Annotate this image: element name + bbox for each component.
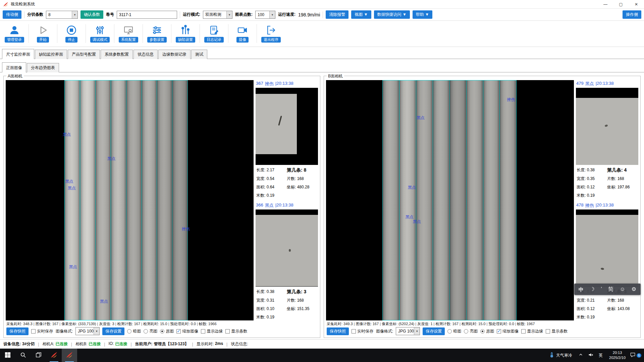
divider (257, 24, 257, 43)
checkbox-label: 显示边缘 (527, 328, 543, 334)
drive-side-button[interactable]: 传动侧 (3, 10, 21, 19)
windows-taskbar: 天气寒冷 英 20:13 2025/2/10 6 (0, 349, 644, 362)
exit-program-button[interactable]: 退出程序 (259, 24, 283, 43)
defect-time: |20:13:38 (275, 202, 293, 208)
save-snapshot-button[interactable]: 保存快照 (6, 327, 29, 335)
notification-center-button[interactable]: 6 (629, 349, 642, 362)
panel-camera-a: A面相机 黑点黑点黑点黑点挫伤黑点黑点 367 挫伤 |20:13:38 (3, 76, 320, 338)
taskbar-app-icon-active[interactable] (62, 349, 77, 362)
system-config-button[interactable]: 系统配置 (116, 24, 141, 43)
tab-defect-monitor[interactable]: 缺陷监控界面 (35, 50, 67, 59)
original-image-radio[interactable]: 原图 (160, 328, 174, 334)
camera-a-status: 已连接 (56, 341, 68, 347)
tab-status-info[interactable]: 状态信息 (133, 50, 158, 59)
help-menu-button[interactable]: 帮助 ▼ (413, 10, 432, 19)
stop-button[interactable]: 停止 (59, 24, 84, 43)
chevron-down-icon: ▾ (414, 327, 420, 335)
defect-type: 黑点 (585, 81, 594, 87)
chart-points-select[interactable]: 100 ▾ (255, 11, 275, 19)
volume-button[interactable] (586, 349, 596, 362)
task-view-button[interactable] (31, 349, 46, 362)
save-snapshot-button[interactable]: 保存快照 (327, 327, 349, 335)
tab-size-monitor[interactable]: 尺寸监控界面 (2, 49, 34, 59)
button-label: 管理登录 (5, 37, 24, 43)
taskbar-clock[interactable]: 20:13 2025/2/10 (606, 350, 629, 360)
ime-language-toggle[interactable]: 中 (579, 287, 584, 292)
ime-simplified-toggle[interactable]: 简 (608, 287, 613, 292)
defect-time: |20:13:38 (596, 81, 614, 87)
app-logo-icon (50, 351, 58, 360)
operate-side-button[interactable]: 操作侧 (623, 10, 641, 19)
monitor-gear-icon (123, 24, 134, 36)
tab-system-parameter-config[interactable]: 系统参数配置 (101, 50, 133, 59)
defect-annotation: 挫伤 (182, 226, 190, 232)
tab-test[interactable]: 测试 (191, 50, 207, 59)
start-button[interactable]: 开始 (31, 24, 55, 43)
maximize-button[interactable]: ▢ (613, 0, 629, 8)
zoom-image-checkbox[interactable]: 缩放图像 (497, 328, 519, 334)
tab-front-image[interactable]: 正面图像 (2, 62, 26, 72)
play-icon (38, 24, 48, 36)
divider (143, 24, 143, 43)
tab-distribution-chart[interactable]: 分布趋势图表 (27, 63, 59, 72)
show-count-checkbox[interactable]: 显示条数 (546, 328, 568, 334)
save-settings-button[interactable]: 保存设置 (102, 327, 124, 335)
defect-card[interactable]: 366 黑点 |20:13:38 长度: 0.38 第几条: 3 宽度: 0.3… (256, 202, 318, 321)
close-button[interactable]: ✕ (629, 0, 644, 8)
ime-toolbar: 中 ☽ ’ 简 ☺ ⚙ (574, 284, 641, 295)
minimize-button[interactable]: — (598, 0, 613, 8)
admin-login-button[interactable]: 管理登录 (2, 24, 27, 43)
defect-length: 长度: 2.17 (256, 167, 287, 173)
tab-product-model-config[interactable]: 产品型号配置 (68, 50, 100, 59)
stat-item: 灰度值: 1 (414, 322, 432, 326)
defect-card[interactable]: 478 挫伤 |20:13:38 长度: 0.57 第几条: 3 宽度: 0.2… (576, 202, 638, 321)
image-format-select[interactable]: JPG 100 ▾ (396, 327, 420, 335)
realtime-save-checkbox[interactable]: 实时保存 (31, 328, 53, 334)
show-count-checkbox[interactable]: 显示条数 (225, 328, 247, 334)
show-edge-checkbox[interactable]: 显示边缘 (521, 328, 543, 334)
view-menu-button[interactable]: 视图 ▼ (351, 10, 371, 19)
slit-count-select[interactable]: 8 ▾ (46, 11, 78, 19)
ime-settings-button[interactable]: ⚙ (632, 287, 636, 292)
show-edge-checkbox[interactable]: 显示边缘 (201, 328, 223, 334)
roll-number-input[interactable] (117, 11, 177, 19)
defect-thumbnail (576, 209, 638, 287)
ime-language-indicator[interactable]: 英 (596, 349, 606, 362)
defect-stats: 长度: 0.38 第几条: 4 宽度: 0.35 片数: 168 面积: 0.1… (576, 165, 638, 199)
ime-punctuation-toggle[interactable]: ’ (601, 287, 602, 292)
run-mode-select[interactable]: 双面检测 ▾ (203, 11, 232, 19)
save-settings-button[interactable]: 保存设置 (423, 327, 445, 335)
defect-thumbnail (256, 209, 318, 287)
main-content: A面相机 黑点黑点黑点黑点挫伤黑点黑点 367 挫伤 |20:13:38 (0, 72, 644, 339)
tab-edge-data-record[interactable]: 边缘数据记录 (158, 50, 191, 59)
tray-expand-button[interactable] (576, 349, 586, 362)
taskbar-app-icon[interactable] (46, 349, 62, 362)
zoom-image-checkbox[interactable]: 缩放图像 (176, 328, 198, 334)
image-format-select[interactable]: JPG 100 ▾ (75, 327, 100, 335)
data-quick-access-menu-button[interactable]: 数据快捷访问 ▼ (374, 10, 410, 19)
defect-settings-button[interactable]: 缺陷设置 (173, 24, 198, 43)
weather-widget[interactable]: 天气寒冷 (546, 349, 576, 362)
ime-night-mode-icon[interactable]: ☽ (590, 287, 594, 292)
parameter-settings-button[interactable]: 参数设置 (145, 24, 169, 43)
defect-stats: 长度: 0.38 第几条: 3 宽度: 0.31 片数: 168 面积: 0.1… (256, 287, 318, 321)
confirm-count-button[interactable]: 确认条数 (80, 10, 103, 19)
button-label: 停止 (65, 37, 77, 43)
original-image-radio[interactable]: 原图 (480, 328, 494, 334)
debug-mode-button[interactable]: 调试模式 (88, 24, 112, 43)
button-label: 缺陷设置 (176, 37, 195, 43)
clear-alarm-button[interactable]: 清除报警 (326, 10, 348, 19)
taskbar-search-button[interactable] (15, 349, 31, 362)
defect-card[interactable]: 367 挫伤 |20:13:38 长度: 2.17 第几条: 8 宽度: 0.5… (256, 80, 318, 199)
defect-card[interactable]: 479 黑点 |20:13:38 长度: 0.38 第几条: 4 宽度: 0.3… (576, 80, 638, 199)
dark-image-radio[interactable]: 暗图 (127, 328, 141, 334)
start-button[interactable] (0, 349, 15, 362)
log-record-button[interactable]: 日志记录 (202, 24, 226, 43)
dark-image-radio[interactable]: 暗图 (447, 328, 461, 334)
ime-emoji-button[interactable]: ☺ (620, 287, 625, 292)
bright-image-radio[interactable]: 亮图 (144, 328, 157, 334)
bright-image-radio[interactable]: 亮图 (464, 328, 478, 334)
film-patch (256, 215, 318, 287)
realtime-save-checkbox[interactable]: 实时保存 (352, 328, 373, 334)
capture-image-button[interactable]: 提像 (230, 24, 255, 43)
